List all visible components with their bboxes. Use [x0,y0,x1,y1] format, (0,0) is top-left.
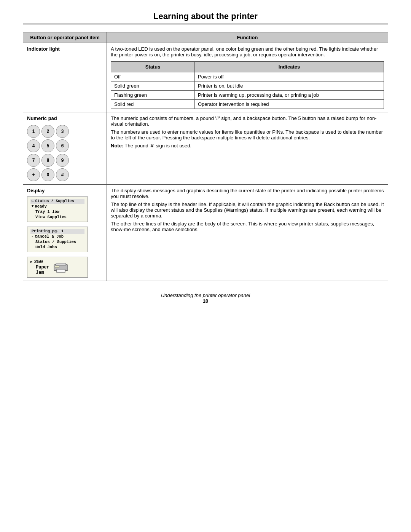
function-indicator-light: A two-toned LED is used on the operator … [107,43,388,112]
numpad-3[interactable]: 3 [56,125,69,138]
indicator-light-intro: A two-toned LED is used on the operator … [111,46,384,58]
title-divider [23,24,388,24]
numpad-p1: The numeric pad consists of numbers, a p… [111,115,384,127]
display-screen-3: ▶ 250 Paper Jam [27,257,88,278]
numpad-1[interactable]: 1 [27,125,40,138]
status-col-header: Status [111,62,195,72]
display1-header: ▷ Status / Supplies [30,199,84,204]
status-row-off: Off Power is off [111,72,384,81]
display-screen-2: Printing pg. 1 ✓ Cancel a Job Status / S… [27,227,88,252]
svg-rect-3 [57,270,65,272]
numpad-9[interactable]: 9 [56,154,69,167]
status-solid-green: Solid green [111,81,195,91]
display-p1: The display shows messages and graphics … [111,188,384,199]
indicates-off: Power is off [195,72,384,81]
numpad-hash[interactable]: # [56,168,69,181]
row-display: Display ▷ Status / Supplies ▼ Ready Tray… [23,185,388,281]
footer-caption: Understanding the printer operator panel [161,292,250,298]
numpad-note-label: Note: [111,143,123,149]
status-off: Off [111,72,195,81]
item-numeric-pad: Numeric pad 1 2 3 4 5 6 7 8 9 + 0 # [23,112,107,185]
footer-page-number: 10 [203,298,208,304]
display-screen-1: ▷ Status / Supplies ▼ Ready Tray 1 low V… [27,197,88,222]
numpad-grid: 1 2 3 4 5 6 7 8 9 + 0 # [27,125,103,181]
function-numeric-pad: The numeric pad consists of numbers, a p… [107,112,388,185]
indicates-flashing-green: Printer is warming up, processing data, … [195,91,384,100]
checkmark2-icon: ✓ [32,235,33,239]
display3-paper: Paper [36,265,49,270]
display-p2: The top line of the display is the heade… [111,201,384,219]
arrow-icon: ▶ [30,260,32,264]
display3-text: ▶ 250 Paper Jam [30,259,49,275]
row-numeric-pad: Numeric pad 1 2 3 4 5 6 7 8 9 + 0 # The [23,112,388,185]
display-p3: The other three lines of the display are… [111,221,384,232]
status-flashing-green: Flashing green [111,91,195,100]
numpad-p2: The numbers are used to enter numeric va… [111,129,384,141]
printer-icon [53,260,69,274]
numpad-6[interactable]: 6 [56,139,69,152]
numpad-note: Note: The pound '#' sign is not used. [111,143,384,149]
main-table: Button or operator panel item Function I… [23,32,388,281]
display3-number: ▶ 250 [30,259,49,265]
status-table: Status Indicates Off Power is off Solid … [111,61,384,109]
numpad-7[interactable]: 7 [27,154,40,167]
numpad-0[interactable]: 0 [41,168,54,181]
row-indicator-light: Indicator light A two-toned LED is used … [23,43,388,112]
item-display: Display ▷ Status / Supplies ▼ Ready Tray… [23,185,107,281]
page-title: Learning about the printer [23,11,388,21]
display2-header: Printing pg. 1 [30,229,84,234]
status-solid-red: Solid red [111,100,195,109]
numpad-2[interactable]: 2 [41,125,54,138]
svg-rect-1 [56,263,66,265]
function-display: The display shows messages and graphics … [107,185,388,281]
display2-line2: Status / Supplies [30,239,84,244]
display3-jam: Jam [36,270,49,275]
triangle-icon: ▷ [32,199,33,203]
display-label: Display [27,188,103,193]
page-footer: Understanding the printer operator panel… [23,292,388,304]
status-row-solid-green: Solid green Printer is on, but idle [111,81,384,91]
numeric-pad-label: Numeric pad [27,115,103,121]
display1-line1: ▼ Ready [30,204,84,209]
display2-line3: Hold Jobs [30,244,84,250]
col-header-function: Function [107,32,388,43]
checkmark-icon: ▼ [32,204,33,208]
item-indicator-light: Indicator light [23,43,107,112]
col-header-item: Button or operator panel item [23,32,107,43]
indicates-col-header: Indicates [195,62,384,72]
svg-rect-4 [55,265,59,267]
indicates-solid-red: Operator intervention is required [195,100,384,109]
display1-line2: Tray 1 low [30,209,84,214]
status-row-flashing-green: Flashing green Printer is warming up, pr… [111,91,384,100]
numpad-plus[interactable]: + [27,168,40,181]
numpad-note-text: The pound '#' sign is not used. [123,143,191,149]
indicates-solid-green: Printer is on, but idle [195,81,384,91]
display1-line3: View Supplies [30,214,84,220]
numpad-4[interactable]: 4 [27,139,40,152]
display2-line1: ✓ Cancel a Job [30,234,84,239]
status-row-solid-red: Solid red Operator intervention is requi… [111,100,384,109]
numpad-8[interactable]: 8 [41,154,54,167]
numpad-5[interactable]: 5 [41,139,54,152]
